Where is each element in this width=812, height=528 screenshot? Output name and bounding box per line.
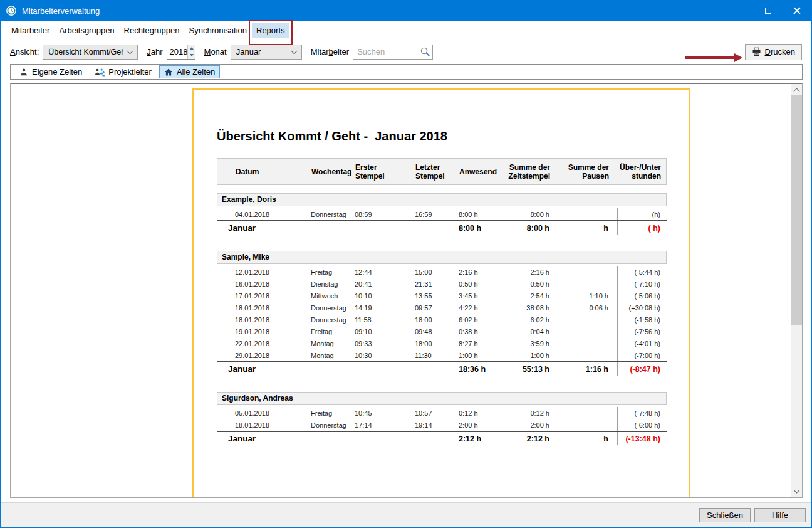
report-row: 12.01.2018Freitag12:4415:002:16 h2:16 h(… — [217, 266, 667, 278]
cell: Mittwoch — [311, 290, 355, 302]
cell: 16:59 — [415, 208, 459, 220]
cell: ( h) — [617, 221, 667, 235]
menu-item-reports[interactable]: Reports — [252, 23, 289, 38]
report-row: 04.01.2018Donnerstag08:5916:598:00 h8:00… — [217, 208, 667, 220]
window-title: Mitarbeiterverwaltung — [22, 6, 100, 16]
cell: 55:13 h — [504, 362, 556, 376]
cell: (-5:06 h) — [617, 290, 667, 302]
col-ueber-unterstunden: Über-/Unter stunden — [618, 159, 667, 184]
cell: 0:06 h — [556, 302, 617, 314]
spin-up-button[interactable] — [188, 45, 194, 52]
cell: 16.01.2018 — [217, 278, 311, 290]
chevron-down-icon — [127, 48, 133, 54]
tab-projektleiter[interactable]: Projektleiter — [90, 65, 157, 78]
printer-icon — [752, 47, 761, 56]
drucken-button[interactable]: Drucken — [745, 44, 802, 60]
cell: 8:27 h — [459, 337, 504, 349]
cell: Donnerstag — [311, 314, 355, 325]
cell: 10:57 — [415, 407, 459, 419]
menu-item-mitarbeiter[interactable]: Mitarbeiter — [7, 23, 54, 38]
cell: (-13:48 h) — [617, 432, 667, 445]
spin-up-icon — [190, 47, 194, 50]
cell: Januar — [217, 362, 311, 376]
monat-dropdown[interactable]: Januar — [231, 45, 302, 60]
monat-label: Monat — [204, 47, 227, 56]
cell: 2:12 h — [459, 432, 504, 445]
scrollbar-thumb[interactable] — [791, 95, 802, 325]
cell: 18.01.2018 — [217, 302, 311, 314]
cell: 2:54 h — [504, 290, 556, 302]
cell: 0:12 h — [459, 407, 504, 419]
cell: (+30:08 h) — [617, 302, 667, 314]
jahr-spinner[interactable]: 2018 — [167, 45, 195, 60]
cell: (-1:58 h) — [617, 314, 667, 325]
menu-item-rechtegruppen[interactable]: Rechtegruppen — [120, 23, 184, 38]
cell: 17.01.2018 — [217, 290, 311, 302]
cell: 19:14 — [415, 419, 459, 431]
cell: 0:38 h — [459, 325, 504, 337]
cell: 8:00 h — [504, 221, 556, 235]
cell: 09:48 — [415, 325, 459, 337]
cell: 09:33 — [355, 337, 415, 349]
cell: 09:57 — [415, 302, 459, 314]
cell: 2:00 h — [504, 419, 556, 431]
person-icon — [19, 68, 28, 77]
section-employee-name: Sigurdson, Andreas — [217, 392, 667, 405]
cell — [556, 266, 617, 278]
report-column-header: Datum Wochentag Erster Stempel Letzter S… — [217, 158, 667, 185]
spin-down-button[interactable] — [188, 52, 194, 59]
cell: 11:58 — [355, 314, 415, 325]
filter-toolbar: Ansicht: Übersicht Kommt/Geht Jahr 2018 … — [1, 40, 811, 63]
cell: (-4:01 h) — [617, 337, 667, 349]
chevron-up-icon — [794, 88, 800, 94]
cell: 1:16 h — [556, 362, 617, 376]
col-erster-stempel: Erster Stempel — [355, 159, 415, 184]
cell: 6:02 h — [459, 314, 504, 325]
hilfe-button[interactable]: Hilfe — [754, 508, 806, 522]
close-icon — [793, 7, 801, 14]
cell: 0:50 h — [459, 278, 504, 290]
cell: 0:12 h — [504, 407, 556, 419]
cell: 2:16 h — [459, 266, 504, 278]
tab-eigene-zeiten[interactable]: Eigene Zeiten — [14, 65, 87, 78]
cell — [556, 407, 617, 419]
ansicht-dropdown[interactable]: Übersicht Kommt/Geht — [43, 45, 138, 60]
tab-alle-zeiten[interactable]: Alle Zeiten — [159, 65, 220, 78]
col-letzter-stempel: Letzter Stempel — [415, 159, 459, 184]
tab-label: Alle Zeiten — [177, 67, 215, 77]
cell: 15:00 — [415, 266, 459, 278]
cell: 09:10 — [355, 325, 415, 337]
menu-item-synchronisation[interactable]: Synchronisation — [185, 23, 252, 38]
col-anwesend: Anwesend — [459, 159, 504, 184]
cell: 1:10 h — [556, 290, 617, 302]
tab-label: Projektleiter — [108, 67, 152, 77]
maximize-button[interactable] — [754, 1, 783, 21]
menu-item-arbeitsgruppen[interactable]: Arbeitsgruppen — [55, 23, 118, 38]
app-window: Mitarbeiterverwaltung Mitarbeiter Arbeit… — [0, 0, 812, 528]
col-wochentag: Wochentag — [311, 159, 355, 184]
cell: Januar — [217, 432, 311, 445]
report-body: Example, Doris04.01.2018Donnerstag08:591… — [217, 193, 689, 445]
col-summe-zeitstempel: Summe der Zeitstempel — [504, 159, 556, 184]
report-row: 22.01.2018Montag09:3318:008:27 h3:59 h(-… — [217, 337, 667, 349]
clock-app-icon — [6, 5, 17, 16]
cell: 05.01.2018 — [217, 407, 311, 419]
vertical-scrollbar[interactable] — [791, 84, 802, 497]
cell: Freitag — [311, 325, 355, 337]
schliessen-button[interactable]: Schließen — [699, 508, 751, 522]
minimize-button[interactable] — [725, 1, 754, 21]
mitarbeiter-search — [353, 45, 433, 60]
cell — [556, 419, 617, 431]
cell: h — [556, 221, 617, 235]
report-row: 16.01.2018Dienstag20:4121:310:50 h0:50 h… — [217, 278, 667, 290]
scroll-down-button[interactable] — [791, 487, 802, 497]
cell: 2:12 h — [504, 432, 556, 445]
menubar: Mitarbeiter Arbeitsgruppen Rechtegruppen… — [1, 21, 811, 40]
close-button[interactable] — [783, 1, 811, 21]
cell: 8:00 h — [504, 208, 556, 220]
cell: 38:08 h — [504, 302, 556, 314]
cell — [556, 208, 617, 220]
jahr-label: Jahr — [147, 47, 162, 56]
scroll-up-button[interactable] — [791, 84, 802, 95]
cell: 29.01.2018 — [217, 349, 311, 361]
